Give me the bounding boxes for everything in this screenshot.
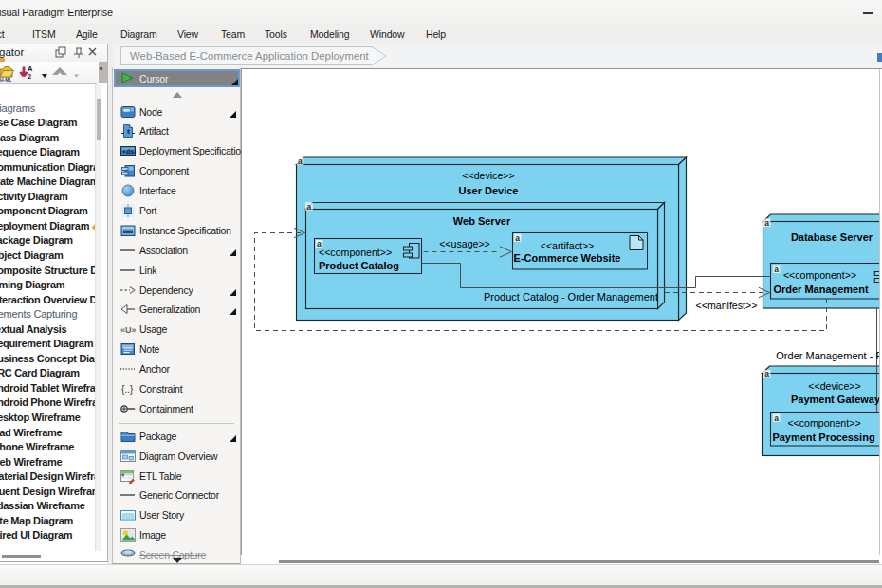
svg-text:<<artifact>>: <<artifact>> (541, 240, 595, 251)
svg-text:a: a (774, 265, 779, 274)
svg-text:a: a (298, 156, 303, 166)
svg-text:Order Management - Payment Pro: Order Management - Payment Processing (776, 350, 880, 361)
svg-text:a: a (764, 369, 769, 378)
svg-text:Product Catalog: Product Catalog (319, 260, 399, 271)
svg-text:«U»: «U» (120, 325, 136, 335)
svg-text:a: a (764, 218, 769, 228)
svg-text:{..}: {..} (121, 384, 134, 395)
svg-text:2: 2 (28, 72, 31, 81)
svg-text:a: a (515, 233, 520, 243)
svg-text:Order Management: Order Management (773, 284, 869, 295)
svg-text:Payment Gateway: Payment Gateway (791, 394, 880, 405)
svg-text:H·ML: H·ML (0, 77, 12, 83)
svg-text:<<component>>: <<component>> (783, 269, 856, 281)
svg-text:<<manifest>>: <<manifest>> (696, 300, 758, 311)
svg-text:Product Catalog - Order Manage: Product Catalog - Order Management (484, 291, 658, 303)
svg-text:Payment Processing: Payment Processing (772, 432, 874, 443)
svg-text:<<component>>: <<component>> (319, 247, 392, 258)
svg-text:a: a (306, 202, 311, 211)
svg-text:<<device>>: <<device>> (462, 170, 514, 181)
svg-text:»: » (100, 65, 103, 72)
svg-text:«ds»: «ds» (122, 148, 136, 155)
svg-text:Web Server: Web Server (453, 215, 511, 227)
svg-text:a: a (774, 413, 779, 423)
svg-text:Web-Based E-Commerce Applicati: Web-Based E-Commerce Application Deploym… (130, 50, 370, 62)
svg-text:User Device: User Device (459, 185, 519, 196)
svg-text:<<usage>>: <<usage>> (439, 238, 490, 249)
svg-text:<<component>>: <<component>> (787, 417, 860, 429)
svg-text:<<device>>: <<device>> (808, 380, 860, 392)
svg-text:E-Commerce Website: E-Commerce Website (514, 252, 621, 264)
svg-text:Database Server: Database Server (791, 231, 873, 243)
